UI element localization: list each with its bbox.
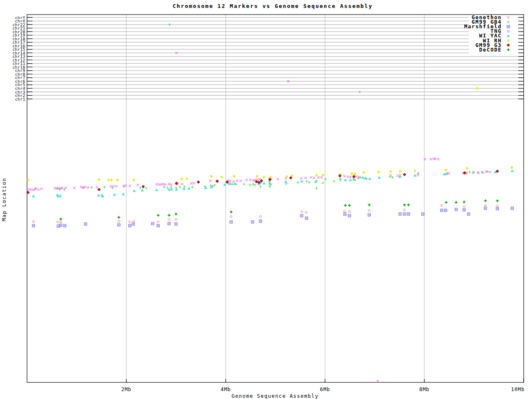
data-point: [125, 185, 127, 187]
data-point: [343, 210, 346, 213]
data-point: [268, 185, 271, 188]
data-point: [80, 186, 82, 188]
data-point: [175, 213, 177, 215]
data-point: [115, 185, 118, 187]
data-point: [97, 194, 100, 196]
data-point: [230, 211, 232, 213]
data-point: [160, 183, 163, 186]
data-point: [168, 183, 170, 185]
gridlines: [126, 15, 424, 382]
data-point: [424, 158, 426, 160]
data-point: [128, 224, 131, 227]
data-point: [145, 187, 148, 190]
data-point: [249, 179, 252, 181]
data-point: [308, 181, 310, 184]
data-point: [463, 209, 466, 211]
data-point: [151, 222, 154, 225]
data-point: [289, 176, 292, 179]
data-point: [168, 214, 170, 217]
data-point: [141, 189, 143, 191]
data-point: [175, 223, 177, 225]
data-point: [158, 183, 160, 186]
data-point: [197, 180, 200, 183]
x-tick-label: 4Mb: [221, 387, 231, 392]
data-point: [256, 175, 259, 178]
x-axis-label: Genome Sequence Assembly: [232, 393, 318, 399]
data-point: [358, 91, 361, 93]
data-point: [73, 187, 76, 189]
data-point: [84, 186, 86, 188]
data-point: [322, 174, 325, 177]
data-point: [170, 188, 173, 190]
data-point: [155, 189, 158, 191]
data-point: [511, 170, 513, 172]
data-point: [112, 185, 115, 187]
data-point: [87, 186, 89, 189]
data-point: [132, 223, 135, 225]
data-point: [378, 176, 380, 178]
data-point: [368, 209, 371, 212]
data-point: [407, 204, 410, 206]
series-marshfield: [32, 207, 514, 227]
data-point: [118, 224, 120, 226]
data-point: [110, 185, 112, 187]
data-point: [96, 186, 99, 188]
chromosome-row: chr5: [15, 82, 524, 87]
chromosome-row: chr11: [12, 61, 524, 66]
data-point: [175, 218, 177, 221]
data-point: [477, 172, 480, 174]
data-point: [403, 209, 406, 212]
data-point: [444, 209, 447, 212]
data-point: [107, 179, 110, 182]
data-point: [129, 185, 131, 187]
data-point: [476, 87, 479, 90]
data-point: [348, 210, 351, 213]
plot-border: [27, 15, 524, 382]
data-point: [344, 204, 347, 207]
data-point: [182, 187, 185, 190]
data-point: [139, 187, 141, 189]
data-point: [397, 175, 399, 177]
data-point: [259, 220, 262, 222]
data-point: [183, 185, 186, 188]
data-point: [300, 180, 303, 182]
x-axis-ticks: 2Mb4Mb6Mb8Mb10Mb: [121, 379, 525, 392]
data-point: [349, 179, 352, 181]
data-point: [305, 217, 308, 219]
data-point: [300, 210, 303, 213]
data-point: [445, 201, 447, 204]
data-point: [90, 186, 93, 189]
data-point: [305, 211, 308, 214]
chromosome-row: chrX: [15, 19, 524, 23]
data-point: [507, 39, 510, 42]
data-point: [377, 171, 380, 174]
data-point: [467, 213, 470, 215]
data-point: [54, 187, 56, 190]
data-point: [32, 224, 35, 227]
data-point: [368, 177, 371, 180]
data-point: [347, 175, 349, 178]
series-decode: [59, 200, 499, 220]
chromosome-row: chr8: [15, 72, 524, 76]
data-point: [243, 183, 245, 185]
data-point: [353, 172, 356, 175]
data-point: [389, 170, 392, 173]
data-point: [286, 175, 288, 178]
data-point: [64, 187, 67, 189]
plot-generated-content: chrYchrXchr22chr21chr20chr19chr18chr17ch…: [12, 14, 525, 392]
data-point: [305, 180, 308, 182]
data-point: [133, 190, 135, 192]
data-point: [421, 213, 424, 215]
data-point: [362, 171, 365, 174]
data-point: [357, 176, 360, 178]
data-point: [350, 172, 353, 175]
data-point: [179, 186, 181, 188]
data-point: [137, 184, 139, 186]
data-point: [448, 172, 450, 175]
chromosome-row: chr2: [15, 93, 524, 98]
data-point: [113, 193, 116, 195]
data-point: [414, 174, 416, 176]
data-point: [103, 186, 106, 188]
data-point: [343, 175, 346, 177]
data-point: [226, 180, 229, 183]
